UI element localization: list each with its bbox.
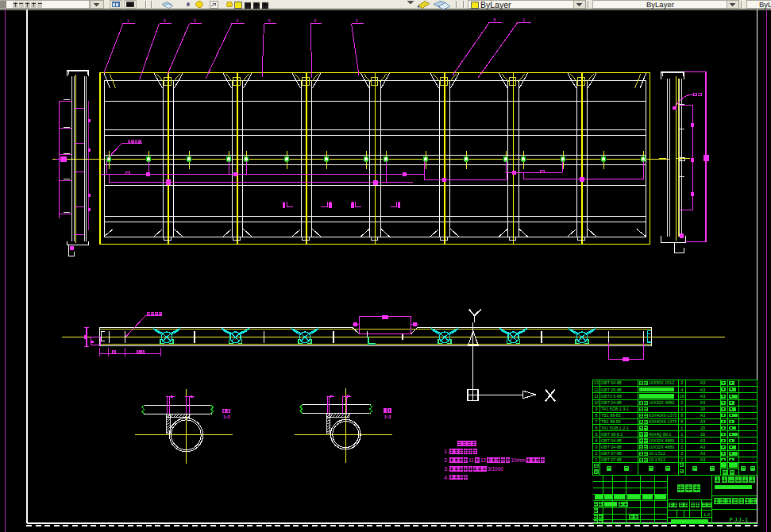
svg-text:12: 12	[594, 387, 599, 392]
svg-text:TB1 88-85: TB1 88-85	[601, 413, 621, 418]
svg-text:5: 5	[268, 18, 271, 23]
svg-text:13: 13	[594, 380, 599, 385]
svg-text:A3: A3	[700, 394, 706, 399]
svg-text:GBT0 5-88: GBT0 5-88	[601, 394, 622, 399]
svg-text:ByLayer: ByLayer	[646, 0, 674, 9]
svg-text:3.: 3.	[444, 466, 449, 472]
svg-text:10-1 512: 10-1 512	[649, 451, 665, 456]
svg-text:TA1 5GB.1.2-1: TA1 5GB.1.2-1	[601, 426, 629, 430]
svg-text:12: 12	[480, 457, 487, 463]
svg-text:11: 11	[468, 457, 474, 463]
svg-text:GBT 08-8 2: GBT 08-8 2	[601, 432, 623, 437]
svg-text:6: 6	[314, 18, 317, 23]
svg-text:FJJ-1: FJJ-1	[730, 516, 750, 523]
svg-text:2: 2	[680, 380, 683, 385]
svg-text:A3: A3	[700, 413, 706, 418]
svg-text:1: 1	[127, 18, 129, 23]
svg-text:1:2: 1:2	[223, 414, 230, 419]
svg-text:20: 20	[700, 432, 705, 437]
svg-text:GBT 04-88: GBT 04-88	[601, 380, 622, 385]
svg-text:2.: 2.	[444, 457, 449, 463]
svg-text:8: 8	[680, 419, 683, 424]
svg-text:2: 2	[680, 445, 683, 449]
svg-text:2: 2	[595, 451, 597, 456]
svg-text:8: 8	[595, 413, 597, 418]
svg-text:1: 1	[680, 426, 683, 430]
svg-text:A3: A3	[700, 445, 706, 449]
svg-text:1: 1	[595, 457, 597, 462]
svg-text:GBT 07-88: GBT 07-88	[601, 457, 622, 462]
svg-text:3: 3	[194, 18, 196, 23]
svg-text:63X40X6-1375: 63X40X6-1375	[649, 413, 677, 418]
svg-text:A3: A3	[700, 400, 706, 405]
svg-text:GBT 04-88: GBT 04-88	[601, 438, 622, 443]
svg-text:2: 2	[680, 457, 683, 462]
svg-text:10: 10	[594, 400, 599, 405]
svg-text:10mm,: 10mm,	[511, 457, 527, 463]
svg-text:1.: 1.	[444, 449, 449, 454]
svg-text:A3: A3	[700, 387, 706, 392]
svg-text:2: 2	[356, 18, 358, 23]
svg-text:4: 4	[164, 18, 166, 23]
svg-text:TB1 88-85: TB1 88-85	[601, 419, 621, 424]
svg-text:20: 20	[700, 426, 705, 430]
svg-text:2: 2	[522, 17, 525, 22]
svg-text:10X50X 1512: 10X50X 1512	[649, 380, 674, 385]
svg-text:A3: A3	[700, 419, 706, 424]
svg-text:GBT 07-88: GBT 07-88	[601, 451, 622, 456]
svg-text:8: 8	[680, 413, 683, 418]
svg-text:4.: 4.	[444, 475, 449, 480]
svg-text:5: 5	[595, 432, 597, 437]
svg-text:8: 8	[494, 17, 496, 22]
svg-text:A3: A3	[700, 451, 706, 456]
svg-text:ByLayer: ByLayer	[480, 0, 511, 10]
svg-text:40X4Q 80-1: 40X4Q 80-1	[649, 432, 672, 437]
svg-text:10-1 512: 10-1 512	[649, 457, 665, 462]
svg-text:1: 1	[680, 407, 683, 411]
svg-text:1: 1	[680, 432, 683, 437]
svg-text:4: 4	[595, 438, 597, 443]
svg-text:4: 4	[680, 387, 683, 392]
svg-text:TA1 5GB.1.3-1: TA1 5GB.1.3-1	[601, 407, 629, 411]
svg-text:2: 2	[680, 400, 683, 405]
svg-text:A3: A3	[700, 438, 706, 443]
svg-text:6: 6	[595, 426, 597, 430]
svg-text:3/1000: 3/1000	[488, 466, 503, 472]
svg-text:1:2: 1:2	[384, 414, 391, 419]
svg-text:2: 2	[680, 438, 683, 443]
svg-text:1:2: 1:2	[704, 511, 711, 517]
svg-text:10X32X 4880: 10X32X 4880	[649, 445, 674, 449]
svg-text:GBT 05-88: GBT 05-88	[601, 387, 622, 392]
svg-text:7: 7	[595, 419, 597, 424]
svg-text:ByL: ByL	[759, 0, 771, 9]
svg-text:GBT 04-88: GBT 04-88	[601, 445, 622, 449]
svg-text:A3: A3	[700, 380, 706, 385]
svg-text:20: 20	[700, 407, 705, 411]
svg-text:63X40X6-1375: 63X40X6-1375	[649, 419, 677, 424]
svg-text:10X32X 4880: 10X32X 4880	[649, 438, 674, 443]
svg-text:11: 11	[594, 394, 599, 399]
svg-text:3: 3	[595, 445, 597, 449]
svg-text:GBT 04-88: GBT 04-88	[601, 400, 622, 405]
svg-text:10X32X 4880: 10X32X 4880	[649, 400, 674, 405]
svg-text:2: 2	[680, 451, 683, 456]
svg-text:A3: A3	[700, 457, 706, 462]
svg-text:9: 9	[595, 407, 597, 411]
svg-text:4: 4	[236, 18, 238, 23]
svg-text:28: 28	[680, 394, 684, 399]
